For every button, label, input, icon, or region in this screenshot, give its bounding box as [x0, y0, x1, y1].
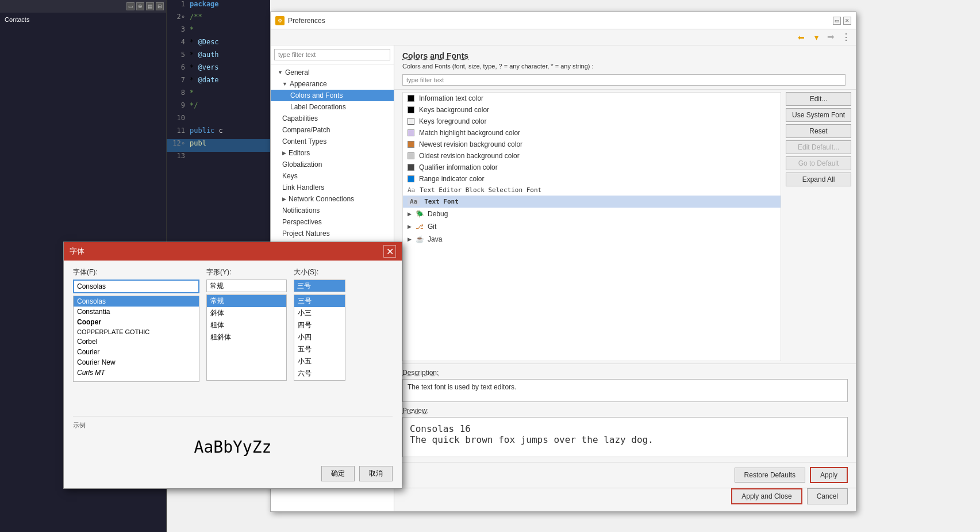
edit-default-btn[interactable]: Edit Default... — [786, 140, 851, 154]
prefs-titlebar-buttons: ▭ ✕ — [833, 17, 851, 25]
tree-arrow-network: ▶ — [282, 196, 286, 202]
font-style-item-regular[interactable]: 常规 — [207, 295, 286, 307]
group-arrow-git: ▶ — [408, 224, 412, 229]
color-item-keys-bg[interactable]: Keys background color — [403, 104, 781, 116]
tree-label-colors-fonts: Colors and Fonts — [290, 91, 343, 99]
tree-label-compare-patch: Compare/Patch — [282, 126, 330, 134]
desc-text: The text font is used by text editors. — [402, 379, 848, 402]
tree-item-perspectives[interactable]: Perspectives — [271, 216, 394, 228]
prefs-search-input[interactable] — [274, 49, 390, 60]
color-item-range[interactable]: Range indicator color — [403, 173, 781, 185]
tree-item-notifications[interactable]: Notifications — [271, 205, 394, 216]
tree-item-colors-fonts[interactable]: Colors and Fonts — [271, 90, 394, 101]
font-size-list[interactable]: 三号 小三 四号 小四 五号 小五 六号 小六 — [294, 294, 345, 381]
tree-arrow-appearance: ▼ — [282, 81, 287, 87]
font-style-item-bold[interactable]: 粗体 — [207, 319, 286, 331]
tree-arrow-editors: ▶ — [282, 150, 286, 156]
prefs-dropdown-btn[interactable]: ▾ — [810, 31, 823, 44]
prefs-back-btn[interactable]: ⬅ — [795, 31, 808, 44]
tree-item-label-decorations[interactable]: Label Decorations — [271, 101, 394, 113]
font-face-item-cooper[interactable]: Cooper — [74, 317, 199, 327]
ide-toolbar-btn-2[interactable]: ⊕ — [136, 2, 144, 10]
tree-item-editors[interactable]: ▶ Editors — [271, 147, 394, 159]
font-style-item-bold-italic[interactable]: 粗斜体 — [207, 331, 286, 343]
tree-label-project-natures: Project Natures — [282, 229, 330, 238]
font-cancel-btn[interactable]: 取消 — [359, 466, 393, 481]
font-size-input[interactable] — [294, 280, 345, 292]
restore-defaults-btn[interactable]: Restore Defaults — [735, 468, 805, 483]
group-item-java[interactable]: ▶ ☕ Java — [403, 233, 781, 246]
font-face-item-consolas[interactable]: Consolas — [74, 296, 199, 307]
tree-item-keys[interactable]: Keys — [271, 170, 394, 182]
color-item-newest-rev[interactable]: Newest revision background color — [403, 139, 781, 150]
ide-toolbar-btn-1[interactable]: ▭ — [126, 2, 134, 10]
tree-item-link-handlers[interactable]: Link Handlers — [271, 182, 394, 193]
color-item-keys-fg[interactable]: Keys foreground color — [403, 116, 781, 127]
font-style-item-italic[interactable]: 斜体 — [207, 307, 286, 319]
font-face-item-constantia[interactable]: Constantia — [74, 307, 199, 317]
tree-item-appearance[interactable]: ▼ Appearance — [271, 78, 394, 90]
font-face-item-courier-new[interactable]: Courier New — [74, 357, 199, 368]
font-size-item-3[interactable]: 三号 — [294, 295, 345, 307]
font-face-input[interactable] — [73, 280, 199, 293]
content-filter-input[interactable] — [402, 74, 846, 86]
tree-label-capabilities: Capabilities — [282, 114, 318, 123]
tree-item-general[interactable]: ▼ General — [271, 67, 394, 78]
tree-item-content-types[interactable]: Content Types — [271, 136, 394, 147]
desc-label: Description: — [402, 369, 848, 377]
color-label-info-text: Information text color — [419, 94, 483, 102]
font-style-list[interactable]: 常规 斜体 粗体 粗斜体 — [206, 294, 287, 381]
tree-item-compare-patch[interactable]: Compare/Patch — [271, 124, 394, 136]
font-preview-area: 示例 AaBbYyZz — [73, 416, 393, 461]
reset-btn[interactable]: Reset — [786, 124, 851, 138]
font-size-item-x4[interactable]: 小四 — [294, 331, 345, 343]
color-item-oldest-rev[interactable]: Oldest revision background color — [403, 150, 781, 162]
font-face-list[interactable]: Consolas Constantia Cooper Copperplate G… — [73, 296, 199, 382]
color-item-info-text[interactable]: Information text color — [403, 93, 781, 104]
font-size-item-5[interactable]: 五号 — [294, 343, 345, 355]
font-size-item-4[interactable]: 四号 — [294, 319, 345, 331]
font-size-item-x5[interactable]: 小五 — [294, 355, 345, 368]
prefs-close-btn[interactable]: ✕ — [843, 17, 851, 25]
font-style-label: 字形(Y): — [206, 267, 287, 277]
group-item-debug[interactable]: ▶ 🪲 Debug — [403, 208, 781, 220]
expand-all-btn[interactable]: Expand All — [786, 173, 851, 186]
prefs-forward-btn[interactable]: ⮕ — [825, 31, 837, 44]
color-item-qualifier[interactable]: Qualifier information color — [403, 162, 781, 173]
font-close-btn[interactable]: ✕ — [383, 245, 396, 258]
font-ok-btn[interactable]: 确定 — [321, 466, 355, 481]
color-label-block-font: Text Editor Block Selection Font — [420, 186, 541, 194]
use-system-font-btn[interactable]: Use System Font — [786, 108, 851, 122]
color-item-block-font[interactable]: Aa Text Editor Block Selection Font — [403, 185, 781, 196]
tree-item-capabilities[interactable]: Capabilities — [271, 113, 394, 124]
swatch-info-text — [408, 95, 414, 102]
tree-item-globalization[interactable]: Globalization — [271, 159, 394, 170]
apply-close-btn[interactable]: Apply and Close — [731, 488, 802, 504]
ide-toolbar-btn-3[interactable]: ▤ — [146, 2, 154, 10]
swatch-qualifier — [408, 164, 414, 171]
go-to-default-btn[interactable]: Go to Default — [786, 156, 851, 170]
font-size-item-x3[interactable]: 小三 — [294, 307, 345, 319]
group-item-git[interactable]: ▶ ⎇ Git — [403, 220, 781, 233]
font-face-item-courier[interactable]: Courier — [74, 347, 199, 357]
color-item-match-highlight[interactable]: Match highlight background color — [403, 127, 781, 139]
font-style-input[interactable] — [206, 280, 287, 292]
tree-item-network[interactable]: ▶ Network Connections — [271, 193, 394, 205]
ide-toolbar-btn-4[interactable]: ⊟ — [156, 2, 164, 10]
prefs-menu-btn[interactable]: ⋮ — [840, 31, 852, 44]
font-face-item-curlz[interactable]: Curls MT — [74, 368, 199, 378]
tree-item-project-natures[interactable]: Project Natures — [271, 228, 394, 239]
font-preview-label: 示例 — [73, 421, 393, 430]
color-item-text-font[interactable]: Aa Text Font — [403, 196, 781, 208]
font-face-item-corbel[interactable]: Corbel — [74, 336, 199, 347]
font-preview-text: AaBbYyZz — [73, 433, 393, 461]
apply-btn[interactable]: Apply — [810, 467, 848, 483]
prefs-right-buttons: Edit... Use System Font Reset Edit Defau… — [781, 90, 856, 363]
prefs-maximize-btn[interactable]: ▭ — [833, 17, 841, 25]
color-list[interactable]: Information text color Keys background c… — [402, 92, 781, 361]
font-face-item-copperplate[interactable]: Copperplate Gothic — [74, 327, 199, 336]
font-size-item-x6[interactable]: 小六 — [294, 380, 345, 381]
font-size-item-6[interactable]: 六号 — [294, 368, 345, 380]
cancel-btn[interactable]: Cancel — [807, 488, 848, 504]
edit-btn[interactable]: Edit... — [786, 92, 851, 106]
